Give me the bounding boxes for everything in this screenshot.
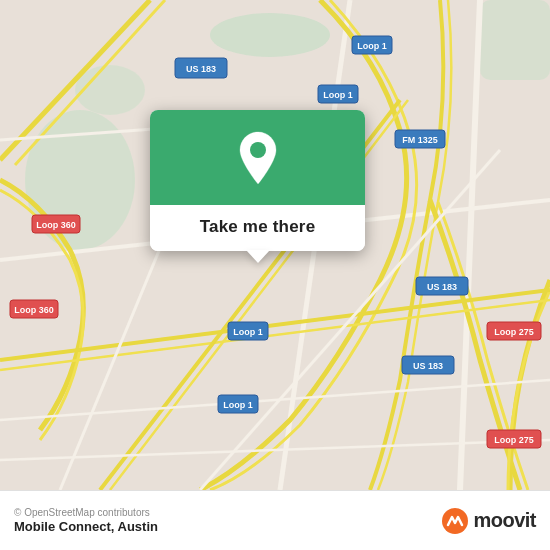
- svg-text:US 183: US 183: [413, 361, 443, 371]
- bottom-bar: © OpenStreetMap contributors Mobile Conn…: [0, 490, 550, 550]
- popup-card: Take me there: [150, 110, 365, 251]
- popup-tail: [246, 250, 270, 263]
- osm-credit: © OpenStreetMap contributors: [14, 507, 158, 518]
- svg-text:Loop 1: Loop 1: [223, 400, 253, 410]
- svg-point-3: [75, 65, 145, 115]
- app-title: Mobile Connect, Austin: [14, 519, 158, 534]
- svg-text:Loop 360: Loop 360: [36, 220, 76, 230]
- bottom-left: © OpenStreetMap contributors Mobile Conn…: [14, 507, 158, 534]
- popup-top: [150, 110, 365, 205]
- svg-text:Loop 1: Loop 1: [357, 41, 387, 51]
- svg-text:Loop 1: Loop 1: [323, 90, 353, 100]
- moovit-logo: moovit: [441, 507, 536, 535]
- svg-text:FM 1325: FM 1325: [402, 135, 438, 145]
- popup-bottom[interactable]: Take me there: [150, 205, 365, 251]
- svg-point-43: [250, 142, 266, 158]
- moovit-text: moovit: [473, 509, 536, 532]
- location-pin-icon: [234, 130, 282, 186]
- svg-point-1: [210, 13, 330, 57]
- svg-text:Loop 275: Loop 275: [494, 327, 534, 337]
- moovit-icon: [441, 507, 469, 535]
- take-me-there-label[interactable]: Take me there: [200, 217, 316, 236]
- map-container: US 183 Loop 1 Loop 1 FM 1325 Loop 360 Lo…: [0, 0, 550, 490]
- svg-text:US 183: US 183: [427, 282, 457, 292]
- svg-text:US 183: US 183: [186, 64, 216, 74]
- svg-text:Loop 275: Loop 275: [494, 435, 534, 445]
- svg-rect-4: [480, 0, 550, 80]
- svg-text:Loop 360: Loop 360: [14, 305, 54, 315]
- svg-text:Loop 1: Loop 1: [233, 327, 263, 337]
